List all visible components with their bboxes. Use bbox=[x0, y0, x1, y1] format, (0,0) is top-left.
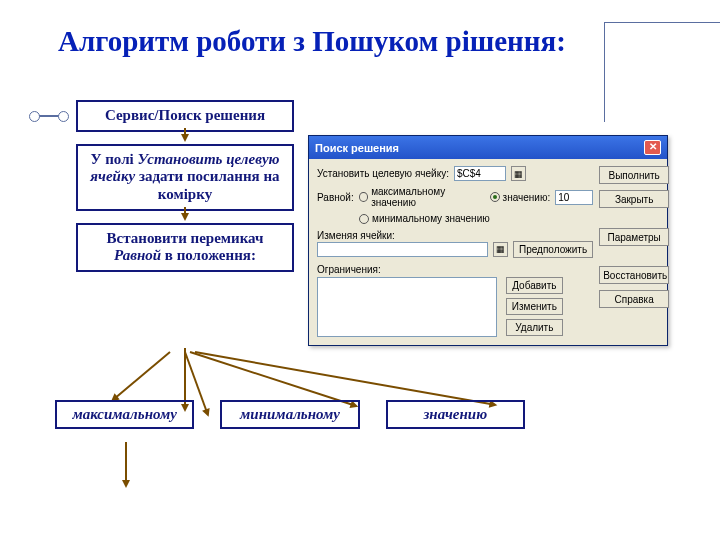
changing-cells-label: Изменяя ячейки: bbox=[317, 230, 593, 241]
dialog-titlebar: Поиск решения ✕ bbox=[309, 136, 667, 159]
arrow-icon bbox=[195, 351, 491, 405]
step-3-text-c: в положення: bbox=[161, 247, 256, 263]
step-2: У полі Установить целевую ячейку задати … bbox=[76, 144, 294, 211]
radio-max-label: максимальному значению bbox=[371, 186, 484, 208]
radio-min-label: минимальному значению bbox=[372, 213, 490, 224]
suggest-button[interactable]: Предположить bbox=[513, 241, 593, 258]
close-icon[interactable]: ✕ bbox=[644, 140, 661, 155]
params-button[interactable]: Параметры bbox=[599, 228, 669, 246]
radio-value[interactable]: значению: bbox=[490, 192, 551, 203]
branch-min: минимальному bbox=[220, 400, 359, 429]
arrow-icon bbox=[181, 134, 189, 142]
step-2-text-c: задати посилання на комірку bbox=[135, 168, 279, 202]
arrow-icon bbox=[125, 442, 127, 480]
close-button[interactable]: Закрыть bbox=[599, 190, 669, 208]
step-3: Встановити перемикач Равной в положення: bbox=[76, 223, 294, 272]
value-input[interactable] bbox=[555, 190, 593, 205]
radio-value-label: значению: bbox=[503, 192, 551, 203]
arrow-icon bbox=[181, 213, 189, 221]
decoration-line-h bbox=[605, 22, 720, 23]
flowchart: Сервис/Поиск решения У полі Установить ц… bbox=[76, 100, 294, 272]
step-2-text-a: У полі bbox=[90, 151, 137, 167]
radio-min[interactable]: минимальному значению bbox=[359, 213, 490, 224]
edit-constraint-button[interactable]: Изменить bbox=[506, 298, 563, 315]
target-cell-label: Установить целевую ячейку: bbox=[317, 168, 449, 179]
step-3-text-a: Встановити перемикач bbox=[107, 230, 264, 246]
changing-cells-input[interactable] bbox=[317, 242, 488, 257]
branch-val: значению bbox=[386, 400, 525, 429]
delete-constraint-button[interactable]: Удалить bbox=[506, 319, 563, 336]
branch-max: максимальному bbox=[55, 400, 194, 429]
dialog-left-pane: Установить целевую ячейку: ▦ Равной: мак… bbox=[317, 166, 593, 337]
branch-row: максимальному минимальному значению bbox=[55, 400, 525, 429]
dialog-right-pane: Выполнить Закрыть Параметры Восстановить… bbox=[599, 166, 669, 337]
help-button[interactable]: Справка bbox=[599, 290, 669, 308]
constraints-label: Ограничения: bbox=[317, 264, 593, 275]
target-cell-input[interactable] bbox=[454, 166, 506, 181]
reset-button[interactable]: Восстановить bbox=[599, 266, 669, 284]
step-3-text-b: Равной bbox=[114, 247, 161, 263]
decoration-beads bbox=[34, 115, 64, 117]
add-constraint-button[interactable]: Добавить bbox=[506, 277, 563, 294]
slide-title: Алгоритм роботи з Пошуком рішення: bbox=[58, 24, 618, 59]
arrow-icon bbox=[190, 351, 352, 405]
range-picker-icon[interactable]: ▦ bbox=[493, 242, 508, 257]
radio-max[interactable]: максимальному значению bbox=[359, 186, 485, 208]
constraints-list[interactable] bbox=[317, 277, 497, 337]
solver-dialog: Поиск решения ✕ Установить целевую ячейк… bbox=[308, 135, 668, 346]
arrow-icon bbox=[116, 351, 171, 398]
run-button[interactable]: Выполнить bbox=[599, 166, 669, 184]
range-picker-icon[interactable]: ▦ bbox=[511, 166, 526, 181]
equal-label: Равной: bbox=[317, 192, 354, 203]
dialog-title-text: Поиск решения bbox=[315, 142, 399, 154]
